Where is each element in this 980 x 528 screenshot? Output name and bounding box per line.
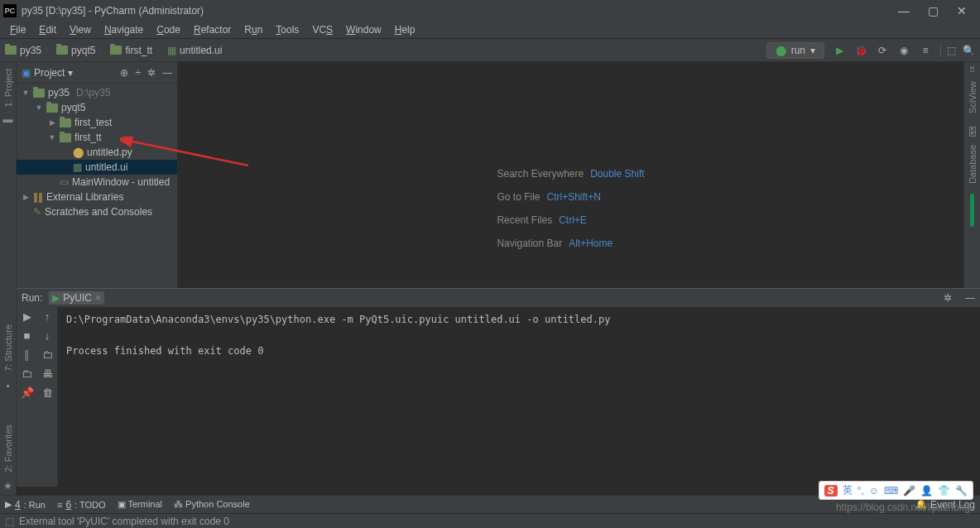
stop-button[interactable]: ≡ bbox=[919, 44, 932, 57]
rail-icon: ★ bbox=[3, 480, 12, 492]
ime-person-icon[interactable]: 👤 bbox=[920, 485, 933, 497]
ime-mic-icon[interactable]: 🎤 bbox=[903, 485, 915, 497]
tab-todo[interactable]: ≡ 6: TODO bbox=[57, 499, 106, 511]
crumb-first-tt[interactable]: first_tt bbox=[110, 45, 152, 56]
folder-icon bbox=[110, 46, 122, 55]
tab-terminal[interactable]: ▣ Terminal bbox=[118, 499, 162, 510]
watermark: https://blog.csdn.net/lipachong bbox=[836, 502, 970, 513]
tree-row[interactable]: ▦untitled.ui bbox=[17, 160, 177, 175]
pause-button[interactable]: ‖ bbox=[24, 348, 30, 361]
hint-label: Recent Files bbox=[497, 214, 552, 226]
trash-button[interactable]: 🗑 bbox=[42, 386, 53, 399]
search-button[interactable]: 🔍 bbox=[962, 44, 975, 57]
tree-arrow[interactable]: ▼ bbox=[35, 103, 43, 112]
debug-button[interactable]: 🐞 bbox=[854, 44, 867, 57]
project-tree[interactable]: ▼py35D:\py35▼pyqt5▶first_test▼first_tt⬤u… bbox=[17, 84, 177, 288]
tree-arrow[interactable]: ▶ bbox=[22, 193, 30, 201]
tab-python-console[interactable]: ⁂ Python Console bbox=[174, 499, 250, 510]
grip-icon[interactable]: ⠿ bbox=[969, 65, 975, 74]
rail-sciview[interactable]: SciView bbox=[968, 78, 978, 117]
menu-window[interactable]: Window bbox=[341, 22, 387, 37]
crumb-pyqt5[interactable]: pyqt5 bbox=[56, 45, 95, 56]
folder-icon bbox=[60, 118, 71, 127]
close-icon[interactable]: × bbox=[95, 292, 101, 304]
ime-keyboard-icon[interactable]: ⌨ bbox=[884, 485, 898, 497]
menu-file[interactable]: File bbox=[5, 22, 31, 37]
folder-icon bbox=[46, 103, 58, 113]
menu-run[interactable]: Run bbox=[239, 22, 267, 37]
tree-row[interactable]: ⬤untitled.py bbox=[17, 145, 177, 160]
locate-icon[interactable]: ⊕ bbox=[120, 67, 128, 79]
tree-row[interactable]: ▶‖‖External Libraries bbox=[17, 190, 177, 204]
maximize-button[interactable]: ▢ bbox=[928, 4, 939, 17]
menu-edit[interactable]: Edit bbox=[34, 22, 61, 37]
tree-row[interactable]: ▼first_tt bbox=[17, 130, 177, 145]
breadcrumb: py35 〉 pyqt5 〉 first_tt 〉 ▦untitled.ui bbox=[5, 45, 766, 56]
ime-punct[interactable]: °, bbox=[858, 485, 864, 497]
up-button[interactable]: ↑ bbox=[45, 310, 50, 323]
tree-row[interactable]: ▶first_test bbox=[17, 115, 177, 130]
menu-refactor[interactable]: Refactor bbox=[189, 22, 236, 37]
run-button[interactable]: ▶ bbox=[833, 44, 846, 57]
rail-database[interactable]: Database bbox=[968, 142, 978, 187]
wrap-button[interactable]: 🗀 bbox=[42, 348, 53, 361]
tree-label: first_test bbox=[74, 117, 112, 128]
tree-row[interactable]: ✎Scratches and Consoles bbox=[17, 204, 177, 219]
rail-icon[interactable]: ▬ bbox=[3, 113, 13, 125]
rerun-button[interactable]: ▶ bbox=[23, 310, 31, 323]
profile-button[interactable]: ◉ bbox=[897, 44, 910, 57]
console-output[interactable]: D:\ProgramData\Anaconda3\envs\py35\pytho… bbox=[58, 307, 980, 487]
rail-db-icon[interactable]: 🗄 bbox=[968, 127, 978, 138]
more-button[interactable]: ⬚ bbox=[940, 44, 954, 57]
ime-lang[interactable]: 英 bbox=[843, 483, 853, 497]
layout-button[interactable]: 🗀 bbox=[22, 367, 32, 380]
tree-arrow[interactable]: ▶ bbox=[48, 118, 56, 127]
collapse-icon[interactable]: ÷ bbox=[135, 67, 141, 79]
tree-arrow[interactable]: ▼ bbox=[22, 89, 30, 97]
stop-button[interactable]: ■ bbox=[24, 329, 31, 342]
hint-shortcut: Alt+Home bbox=[569, 238, 612, 249]
pin-button[interactable]: 📌 bbox=[21, 386, 34, 399]
menu-help[interactable]: Help bbox=[390, 22, 420, 37]
ime-bar[interactable]: S 英 °, ☺ ⌨ 🎤 👤 👕 🔧 bbox=[819, 481, 973, 500]
run-config-selector[interactable]: ⬤ run ▾ bbox=[766, 42, 824, 59]
settings-icon[interactable]: ✲ bbox=[147, 67, 156, 79]
rail-icon: ▪ bbox=[6, 380, 9, 391]
rail-structure[interactable]: 7: Structure bbox=[3, 321, 13, 375]
project-title[interactable]: ▣Project ▾ bbox=[22, 67, 113, 79]
hide-icon[interactable]: — bbox=[162, 67, 172, 79]
crumb-file[interactable]: ▦untitled.ui bbox=[167, 45, 222, 56]
tree-row[interactable]: ▼py35D:\py35 bbox=[17, 85, 177, 100]
ime-emoji[interactable]: ☺ bbox=[869, 485, 879, 497]
down-button[interactable]: ↓ bbox=[45, 329, 50, 342]
rail-favorites[interactable]: 2: Favorites bbox=[3, 421, 13, 475]
minimize-button[interactable]: — bbox=[898, 4, 910, 17]
hint-label: Navigation Bar bbox=[497, 238, 562, 249]
menu-vcs[interactable]: VCS bbox=[307, 22, 338, 37]
print-button[interactable]: 🖶 bbox=[42, 367, 53, 380]
gear-icon[interactable]: ✲ bbox=[944, 292, 952, 304]
hide-icon[interactable]: — bbox=[965, 292, 975, 304]
menu-view[interactable]: View bbox=[65, 22, 96, 37]
tree-label: MainWindow - untitled bbox=[72, 176, 170, 188]
app-icon: PC bbox=[3, 4, 17, 17]
menu-tools[interactable]: Tools bbox=[271, 22, 304, 37]
crumb-py35[interactable]: py35 bbox=[5, 45, 41, 56]
rail-project[interactable]: 1: Project bbox=[3, 65, 13, 110]
folder-icon bbox=[33, 89, 45, 98]
tree-arrow[interactable]: ▼ bbox=[48, 133, 56, 142]
tab-run[interactable]: ▶ 4: Run bbox=[5, 499, 46, 511]
folder-icon bbox=[56, 46, 68, 55]
hint-label: Search Everywhere bbox=[497, 168, 584, 180]
run-tab-pyuic[interactable]: ▶PyUIC× bbox=[49, 291, 104, 305]
menu-code[interactable]: Code bbox=[151, 22, 185, 37]
tree-label: first_tt bbox=[74, 132, 102, 143]
ime-tool-icon[interactable]: 🔧 bbox=[955, 485, 968, 497]
coverage-button[interactable]: ⟳ bbox=[876, 44, 889, 57]
status-icon[interactable]: ⬚ bbox=[5, 516, 14, 527]
tree-row[interactable]: ▼pyqt5 bbox=[17, 100, 177, 115]
ime-skin-icon[interactable]: 👕 bbox=[938, 485, 950, 497]
tree-row[interactable]: ▭MainWindow - untitled bbox=[17, 175, 177, 190]
close-button[interactable]: ✕ bbox=[957, 4, 967, 17]
menu-navigate[interactable]: Navigate bbox=[99, 22, 148, 37]
